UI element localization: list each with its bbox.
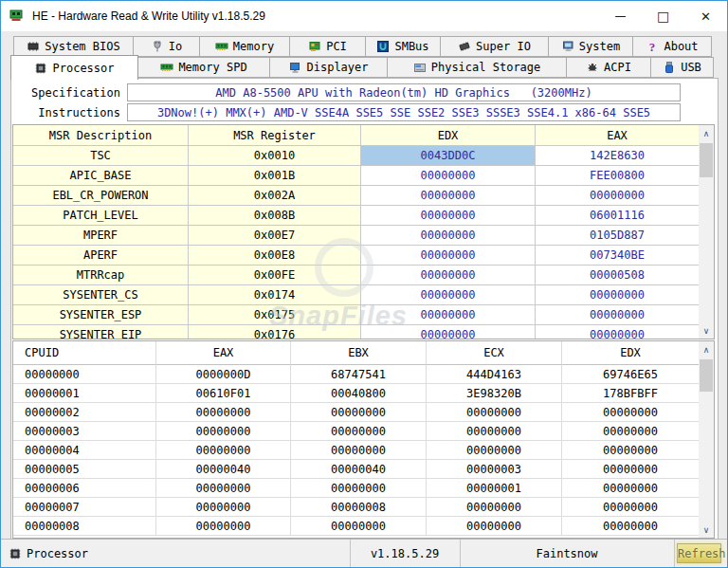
tab-system-bios[interactable]: System BIOS xyxy=(13,36,134,57)
cpuid-row-00000003[interactable]: 0000000300000000000000000000000000000000 xyxy=(13,422,699,441)
cpuid-row-00000008[interactable]: 0000000800000000000000000000000000000000 xyxy=(13,517,699,536)
statusbar-user: Faintsnow xyxy=(460,540,674,567)
msr-cell-5-1[interactable]: 0x00E8 xyxy=(189,246,361,266)
msr-cell-7-3[interactable]: 00000000 xyxy=(536,285,699,305)
msr-cell-0-1[interactable]: 0x0010 xyxy=(189,146,361,166)
msr-cell-6-1[interactable]: 0x00FE xyxy=(189,266,361,285)
tab-about[interactable]: ?About xyxy=(632,36,712,57)
msr-cell-3-2[interactable]: 00000000 xyxy=(361,206,536,226)
msr-cell-5-2[interactable]: 00000000 xyxy=(361,246,536,266)
cpuid-row-00000001[interactable]: 0000000100610F01000408003E98320B178BFBFF xyxy=(13,384,699,403)
msr-table-grid: MSR DescriptionMSR RegisterEDXEAXTSC0x00… xyxy=(13,125,699,339)
cpuid-row-00000002[interactable]: 0000000200000000000000000000000000000000 xyxy=(13,403,699,422)
scroll-up-icon[interactable]: ∧ xyxy=(699,341,714,357)
minimize-button[interactable]: — xyxy=(599,1,642,31)
msr-cell-5-0[interactable]: APERF xyxy=(13,246,189,266)
msr-scrollbar-thumb[interactable] xyxy=(700,143,713,177)
msr-cell-0-3[interactable]: 142E8630 xyxy=(536,146,699,166)
title-bar: HE - Hardware Read & Write Utility v1.18… xyxy=(1,1,727,31)
instructions-label: Instructions xyxy=(13,104,120,121)
tab-processor[interactable]: Processor xyxy=(10,55,138,80)
msr-cell-2-1[interactable]: 0x002A xyxy=(189,186,361,206)
msr-cell-8-0[interactable]: SYSENTER_ESP xyxy=(13,305,189,325)
tab-memory[interactable]: Memory xyxy=(199,36,290,57)
acpi-icon xyxy=(586,61,599,74)
msr-cell-0-2[interactable]: 0043DD0C xyxy=(361,146,536,166)
tab-label: SMBus xyxy=(394,40,428,53)
msr-cell-4-2[interactable]: 00000000 xyxy=(361,226,536,246)
msr-cell-6-2[interactable]: 00000000 xyxy=(361,266,536,285)
tab-usb[interactable]: USB xyxy=(650,57,714,78)
tab-memory-spd[interactable]: Memory SPD xyxy=(137,57,270,78)
msr-header-msr-description: MSR Description xyxy=(13,125,189,146)
tab-super-io[interactable]: Super IO xyxy=(440,36,549,57)
msr-cell-1-3[interactable]: FEE00800 xyxy=(536,166,699,186)
scroll-up-icon[interactable]: ∧ xyxy=(699,125,714,141)
cpuid-cell-1-2: 00040800 xyxy=(291,384,427,403)
cpuid-cell-4-3: 00000000 xyxy=(427,441,562,460)
msr-cell-3-3[interactable]: 06001116 xyxy=(536,206,699,226)
msr-cell-7-0[interactable]: SYSENTER_CS xyxy=(13,285,189,305)
msr-row-sysenter_eip: SYSENTER_EIP0x01760000000000000000 xyxy=(13,325,699,339)
msr-cell-4-1[interactable]: 0x00E7 xyxy=(189,226,361,246)
cpuid-cell-7-4: 00000000 xyxy=(562,498,699,517)
msr-cell-2-3[interactable]: 00000000 xyxy=(536,186,699,206)
msr-cell-7-1[interactable]: 0x0174 xyxy=(189,285,361,305)
cpuid-row-00000000[interactable]: 000000000000000D68747541444D416369746E65 xyxy=(13,365,699,384)
instructions-value: 3DNow!(+) MMX(+) AMD-V SSE4A SSE5 SSE SS… xyxy=(127,103,681,121)
msr-cell-9-3[interactable]: 00000000 xyxy=(536,325,699,339)
msr-cell-4-3[interactable]: 0105D887 xyxy=(536,226,699,246)
msr-cell-4-0[interactable]: MPERF xyxy=(13,226,189,246)
cpuid-row-00000004[interactable]: 0000000400000000000000000000000000000000 xyxy=(13,441,699,460)
msr-cell-7-2[interactable]: 00000000 xyxy=(361,285,536,305)
msr-cell-6-3[interactable]: 00000508 xyxy=(536,266,699,285)
cpuid-cell-0-1: 0000000D xyxy=(156,365,291,384)
msr-cell-1-1[interactable]: 0x001B xyxy=(189,166,361,186)
cpuid-cell-4-0: 00000004 xyxy=(13,441,156,460)
msr-cell-1-0[interactable]: APIC_BASE xyxy=(13,166,189,186)
msr-cell-6-0[interactable]: MTRRcap xyxy=(13,266,189,285)
msr-cell-3-1[interactable]: 0x008B xyxy=(189,206,361,226)
scroll-down-icon[interactable]: ∨ xyxy=(699,322,714,339)
msr-row-tsc: TSC0x00100043DD0C142E8630 xyxy=(13,146,699,166)
msr-cell-9-1[interactable]: 0x0176 xyxy=(189,325,361,339)
msr-cell-8-2[interactable]: 00000000 xyxy=(361,305,536,325)
msr-cell-8-3[interactable]: 00000000 xyxy=(536,305,699,325)
msr-cell-2-0[interactable]: EBL_CR_POWERON xyxy=(13,186,189,206)
tab-io[interactable]: Io xyxy=(133,36,200,57)
msr-cell-1-2[interactable]: 00000000 xyxy=(361,166,536,186)
cpuid-scrollbar-thumb[interactable] xyxy=(700,359,713,392)
msr-cell-5-3[interactable]: 007340BE xyxy=(536,246,699,266)
cpuid-row-00000006[interactable]: 0000000600000000000000000000000100000000 xyxy=(13,479,699,498)
cpuid-cell-2-2: 00000000 xyxy=(291,403,427,422)
msr-cell-9-2[interactable]: 00000000 xyxy=(361,325,536,339)
app-window: HE - Hardware Read & Write Utility v1.18… xyxy=(0,0,728,568)
maximize-button[interactable]: □ xyxy=(642,1,684,31)
cpuid-cell-1-3: 3E98320B xyxy=(427,384,562,403)
cpu-icon xyxy=(34,62,47,75)
tab-smbus[interactable]: SMBus xyxy=(365,36,441,57)
msr-cell-3-0[interactable]: PATCH_LEVEL xyxy=(13,206,189,226)
cpuid-cell-2-0: 00000002 xyxy=(13,403,156,422)
tab-acpi[interactable]: ACPI xyxy=(566,57,651,78)
usb-icon xyxy=(663,61,676,74)
tab-system[interactable]: System xyxy=(548,36,633,57)
msr-scrollbar[interactable]: ∧ ∨ xyxy=(699,125,714,339)
svg-text:?: ? xyxy=(649,40,656,53)
close-button[interactable]: ✕ xyxy=(684,1,727,31)
scroll-down-icon[interactable]: ∨ xyxy=(699,522,714,538)
cpuid-cell-8-1: 00000000 xyxy=(156,517,291,536)
specification-value: AMD A8-5500 APU with Radeon(tm) HD Graph… xyxy=(127,83,681,101)
cpuid-row-00000007[interactable]: 0000000700000000000000080000000000000000 xyxy=(13,498,699,517)
tab-displayer[interactable]: Displayer xyxy=(269,57,388,78)
cpuid-scrollbar[interactable]: ∧ ∨ xyxy=(699,341,714,538)
refresh-button[interactable]: Refresh xyxy=(677,543,721,563)
msr-cell-9-0[interactable]: SYSENTER_EIP xyxy=(13,325,189,339)
cpuid-row-00000005[interactable]: 0000000500000040000000400000000300000000 xyxy=(13,460,699,479)
tab-physical-storage[interactable]: Physical Storage xyxy=(387,57,567,78)
msr-header-msr-register: MSR Register xyxy=(189,125,361,146)
msr-cell-2-2[interactable]: 00000000 xyxy=(361,186,536,206)
msr-cell-0-0[interactable]: TSC xyxy=(13,146,189,166)
msr-cell-8-1[interactable]: 0x0175 xyxy=(189,305,361,325)
tab-pci[interactable]: PCI xyxy=(289,36,366,57)
